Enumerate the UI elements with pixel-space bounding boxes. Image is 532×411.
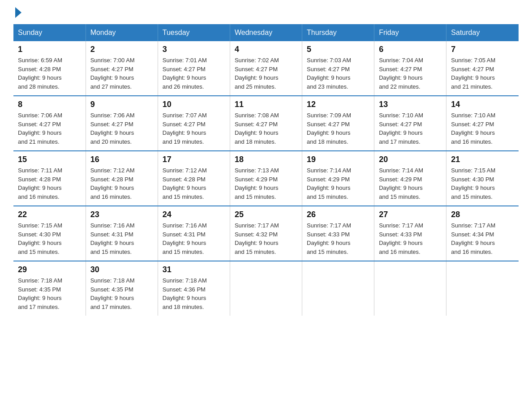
calendar-cell: 17 Sunrise: 7:12 AM Sunset: 4:28 PM Dayl… xyxy=(158,151,230,206)
calendar-cell: 31 Sunrise: 7:18 AM Sunset: 4:36 PM Dayl… xyxy=(158,261,230,316)
day-number: 18 xyxy=(235,155,297,164)
day-info: Sunrise: 7:06 AM Sunset: 4:27 PM Dayligh… xyxy=(18,111,81,146)
day-number: 5 xyxy=(307,45,369,54)
calendar-cell: 22 Sunrise: 7:15 AM Sunset: 4:30 PM Dayl… xyxy=(13,206,86,261)
calendar-cell: 26 Sunrise: 7:17 AM Sunset: 4:33 PM Dayl… xyxy=(302,206,374,261)
calendar-cell: 21 Sunrise: 7:15 AM Sunset: 4:30 PM Dayl… xyxy=(446,151,519,206)
day-info: Sunrise: 7:07 AM Sunset: 4:27 PM Dayligh… xyxy=(163,111,225,146)
day-number: 9 xyxy=(90,100,153,109)
page-header xyxy=(13,9,519,16)
day-info: Sunrise: 7:08 AM Sunset: 4:27 PM Dayligh… xyxy=(235,111,297,146)
day-number: 13 xyxy=(379,100,442,109)
day-info: Sunrise: 7:02 AM Sunset: 4:27 PM Dayligh… xyxy=(235,56,297,91)
day-number: 19 xyxy=(307,155,369,164)
day-info: Sunrise: 7:09 AM Sunset: 4:27 PM Dayligh… xyxy=(307,111,369,146)
calendar-cell: 24 Sunrise: 7:16 AM Sunset: 4:31 PM Dayl… xyxy=(158,206,230,261)
calendar-cell: 14 Sunrise: 7:10 AM Sunset: 4:27 PM Dayl… xyxy=(446,96,519,151)
calendar-cell: 15 Sunrise: 7:11 AM Sunset: 4:28 PM Dayl… xyxy=(13,151,86,206)
calendar-cell xyxy=(446,261,519,316)
calendar-week-row: 15 Sunrise: 7:11 AM Sunset: 4:28 PM Dayl… xyxy=(13,151,519,206)
calendar-cell: 30 Sunrise: 7:18 AM Sunset: 4:35 PM Dayl… xyxy=(86,261,158,316)
calendar-cell xyxy=(230,261,302,316)
day-number: 25 xyxy=(235,210,297,219)
day-info: Sunrise: 7:16 AM Sunset: 4:31 PM Dayligh… xyxy=(163,221,225,256)
calendar-week-row: 1 Sunrise: 6:59 AM Sunset: 4:28 PM Dayli… xyxy=(13,41,519,96)
calendar-header: SundayMondayTuesdayWednesdayThursdayFrid… xyxy=(13,24,519,41)
day-number: 20 xyxy=(379,155,442,164)
day-info: Sunrise: 7:05 AM Sunset: 4:27 PM Dayligh… xyxy=(451,56,514,91)
calendar-cell: 10 Sunrise: 7:07 AM Sunset: 4:27 PM Dayl… xyxy=(158,96,230,151)
day-info: Sunrise: 7:18 AM Sunset: 4:35 PM Dayligh… xyxy=(18,276,81,311)
day-number: 31 xyxy=(163,265,225,274)
day-number: 10 xyxy=(163,100,225,109)
day-info: Sunrise: 7:18 AM Sunset: 4:35 PM Dayligh… xyxy=(90,276,153,311)
calendar-cell: 9 Sunrise: 7:06 AM Sunset: 4:27 PM Dayli… xyxy=(86,96,158,151)
calendar-cell: 27 Sunrise: 7:17 AM Sunset: 4:33 PM Dayl… xyxy=(374,206,446,261)
day-info: Sunrise: 7:17 AM Sunset: 4:32 PM Dayligh… xyxy=(235,221,297,256)
calendar-cell: 8 Sunrise: 7:06 AM Sunset: 4:27 PM Dayli… xyxy=(13,96,86,151)
calendar-cell: 4 Sunrise: 7:02 AM Sunset: 4:27 PM Dayli… xyxy=(230,41,302,96)
calendar-table: SundayMondayTuesdayWednesdayThursdayFrid… xyxy=(13,24,519,316)
day-info: Sunrise: 7:10 AM Sunset: 4:27 PM Dayligh… xyxy=(451,111,514,146)
day-number: 22 xyxy=(18,210,81,219)
day-number: 16 xyxy=(90,155,153,164)
day-number: 7 xyxy=(451,45,514,54)
day-number: 1 xyxy=(18,45,81,54)
calendar-week-row: 22 Sunrise: 7:15 AM Sunset: 4:30 PM Dayl… xyxy=(13,206,519,261)
logo[interactable] xyxy=(13,9,21,16)
day-info: Sunrise: 7:03 AM Sunset: 4:27 PM Dayligh… xyxy=(307,56,369,91)
calendar-cell: 2 Sunrise: 7:00 AM Sunset: 4:27 PM Dayli… xyxy=(86,41,158,96)
day-info: Sunrise: 6:59 AM Sunset: 4:28 PM Dayligh… xyxy=(18,56,81,91)
calendar-cell: 18 Sunrise: 7:13 AM Sunset: 4:29 PM Dayl… xyxy=(230,151,302,206)
day-info: Sunrise: 7:16 AM Sunset: 4:31 PM Dayligh… xyxy=(90,221,153,256)
calendar-cell: 28 Sunrise: 7:17 AM Sunset: 4:34 PM Dayl… xyxy=(446,206,519,261)
calendar-header-wednesday: Wednesday xyxy=(230,24,302,41)
day-number: 28 xyxy=(451,210,514,219)
calendar-header-monday: Monday xyxy=(86,24,158,41)
calendar-cell: 13 Sunrise: 7:10 AM Sunset: 4:27 PM Dayl… xyxy=(374,96,446,151)
calendar-cell: 25 Sunrise: 7:17 AM Sunset: 4:32 PM Dayl… xyxy=(230,206,302,261)
calendar-cell: 11 Sunrise: 7:08 AM Sunset: 4:27 PM Dayl… xyxy=(230,96,302,151)
day-number: 4 xyxy=(235,45,297,54)
day-number: 11 xyxy=(235,100,297,109)
calendar-header-saturday: Saturday xyxy=(446,24,519,41)
calendar-cell: 3 Sunrise: 7:01 AM Sunset: 4:27 PM Dayli… xyxy=(158,41,230,96)
day-info: Sunrise: 7:12 AM Sunset: 4:28 PM Dayligh… xyxy=(90,166,153,201)
day-number: 30 xyxy=(90,265,153,274)
day-info: Sunrise: 7:01 AM Sunset: 4:27 PM Dayligh… xyxy=(163,56,225,91)
day-number: 3 xyxy=(163,45,225,54)
calendar-cell xyxy=(302,261,374,316)
day-number: 24 xyxy=(163,210,225,219)
day-info: Sunrise: 7:04 AM Sunset: 4:27 PM Dayligh… xyxy=(379,56,442,91)
calendar-week-row: 8 Sunrise: 7:06 AM Sunset: 4:27 PM Dayli… xyxy=(13,96,519,151)
calendar-cell: 12 Sunrise: 7:09 AM Sunset: 4:27 PM Dayl… xyxy=(302,96,374,151)
day-number: 17 xyxy=(163,155,225,164)
day-number: 23 xyxy=(90,210,153,219)
calendar-cell: 1 Sunrise: 6:59 AM Sunset: 4:28 PM Dayli… xyxy=(13,41,86,96)
calendar-cell: 6 Sunrise: 7:04 AM Sunset: 4:27 PM Dayli… xyxy=(374,41,446,96)
calendar-header-tuesday: Tuesday xyxy=(158,24,230,41)
day-info: Sunrise: 7:06 AM Sunset: 4:27 PM Dayligh… xyxy=(90,111,153,146)
calendar-cell: 29 Sunrise: 7:18 AM Sunset: 4:35 PM Dayl… xyxy=(13,261,86,316)
day-info: Sunrise: 7:14 AM Sunset: 4:29 PM Dayligh… xyxy=(379,166,442,201)
calendar-cell xyxy=(374,261,446,316)
day-number: 8 xyxy=(18,100,81,109)
day-number: 15 xyxy=(18,155,81,164)
day-info: Sunrise: 7:15 AM Sunset: 4:30 PM Dayligh… xyxy=(18,221,81,256)
day-number: 2 xyxy=(90,45,153,54)
calendar-header-sunday: Sunday xyxy=(13,24,86,41)
day-info: Sunrise: 7:17 AM Sunset: 4:33 PM Dayligh… xyxy=(307,221,369,256)
day-number: 14 xyxy=(451,100,514,109)
calendar-body: 1 Sunrise: 6:59 AM Sunset: 4:28 PM Dayli… xyxy=(13,41,519,316)
day-info: Sunrise: 7:18 AM Sunset: 4:36 PM Dayligh… xyxy=(163,276,225,311)
calendar-cell: 7 Sunrise: 7:05 AM Sunset: 4:27 PM Dayli… xyxy=(446,41,519,96)
day-number: 12 xyxy=(307,100,369,109)
calendar-cell: 5 Sunrise: 7:03 AM Sunset: 4:27 PM Dayli… xyxy=(302,41,374,96)
day-number: 6 xyxy=(379,45,442,54)
day-info: Sunrise: 7:15 AM Sunset: 4:30 PM Dayligh… xyxy=(451,166,514,201)
day-number: 29 xyxy=(18,265,81,274)
day-number: 27 xyxy=(379,210,442,219)
calendar-cell: 23 Sunrise: 7:16 AM Sunset: 4:31 PM Dayl… xyxy=(86,206,158,261)
day-info: Sunrise: 7:17 AM Sunset: 4:33 PM Dayligh… xyxy=(379,221,442,256)
calendar-cell: 20 Sunrise: 7:14 AM Sunset: 4:29 PM Dayl… xyxy=(374,151,446,206)
